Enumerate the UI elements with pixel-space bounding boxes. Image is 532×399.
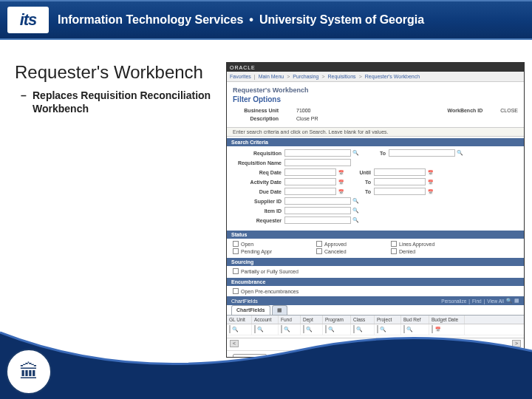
slide-bullet: Replaces Requisition Reconciliation Work… — [15, 89, 214, 115]
denied-checkbox[interactable] — [391, 248, 397, 254]
description-label: Description — [233, 116, 279, 121]
chartfields-column-headers: GL Unit Account Fund Dept Program Class … — [227, 316, 524, 324]
gl-unit-input[interactable] — [229, 325, 231, 333]
encumbrance-header: Encumbrance — [227, 278, 524, 286]
budget-date-input[interactable] — [432, 325, 433, 333]
calendar-icon[interactable]: 📅 — [427, 188, 434, 195]
scroll-right-button[interactable]: > — [512, 340, 521, 347]
lookup-icon[interactable]: 🔍 — [306, 327, 313, 333]
requisition-label: Requisition — [233, 151, 284, 156]
lookup-icon[interactable]: 🔍 — [356, 327, 363, 333]
lookup-icon[interactable]: 🔍 — [232, 327, 239, 333]
req-date-input[interactable] — [284, 168, 336, 176]
requisition-name-input[interactable] — [284, 159, 351, 166]
lookup-icon[interactable]: 🔍 — [352, 150, 359, 157]
breadcrumb[interactable]: Favorites | Main Menu > Purchasing > Req… — [227, 72, 524, 82]
search-criteria-header: Search Criteria — [227, 138, 524, 146]
search-button[interactable]: Search — [233, 354, 267, 358]
supplier-id-input[interactable] — [284, 197, 351, 205]
calendar-icon[interactable]: 📅 — [338, 179, 344, 185]
to-label: To — [350, 180, 374, 185]
due-date-input[interactable] — [284, 188, 336, 195]
partially-sourced-label: Partially or Fully Sourced — [241, 269, 299, 274]
download-icon[interactable]: ▦ — [514, 298, 519, 304]
slide-title: Requester's Workbench — [15, 62, 214, 83]
lookup-icon[interactable]: 🔍 — [284, 327, 290, 333]
app-screenshot: ORACLE Favorites | Main Menu > Purchasin… — [226, 62, 525, 358]
activity-date-label: Activity Date — [233, 180, 284, 185]
breadcrumb-workbench[interactable]: Requester's Workbench — [365, 74, 420, 79]
breadcrumb-requisitions[interactable]: Requisitions — [327, 74, 355, 79]
lookup-icon[interactable]: 🔍 — [257, 327, 264, 333]
budref-input[interactable] — [403, 325, 405, 333]
activity-date-to-input[interactable] — [374, 178, 426, 185]
due-date-label: Due Date — [233, 189, 284, 194]
fund-input[interactable] — [281, 325, 282, 333]
lookup-icon[interactable]: 🔍 — [457, 150, 463, 157]
viewall-link[interactable]: View All — [487, 299, 504, 304]
account-input[interactable] — [254, 325, 256, 333]
class-input[interactable] — [353, 325, 355, 333]
activity-date-input[interactable] — [284, 178, 336, 185]
project-input[interactable] — [377, 325, 378, 333]
to-label: To — [365, 151, 389, 156]
status-header: Status — [227, 231, 524, 239]
pending-appr-label: Pending Appr — [241, 249, 272, 254]
open-checkbox[interactable] — [233, 241, 239, 247]
calendar-icon[interactable]: 📅 — [434, 326, 441, 332]
business-unit-label: Business Unit — [233, 108, 279, 113]
item-id-input[interactable] — [284, 207, 351, 214]
calendar-icon[interactable]: 📅 — [427, 169, 434, 176]
zoom-icon[interactable]: 🔍 — [506, 298, 512, 304]
approved-label: Approved — [324, 242, 347, 247]
until-label: Until — [350, 170, 374, 175]
personalize-link[interactable]: Personalize — [441, 299, 466, 304]
its-logo: its — [7, 7, 49, 33]
requisition-to-input[interactable] — [389, 149, 455, 157]
to-label: To — [350, 189, 374, 194]
workbench-id-value: CLOSE — [500, 108, 518, 113]
breadcrumb-purchasing[interactable]: Purchasing — [293, 74, 318, 79]
due-date-to-input[interactable] — [374, 188, 426, 195]
filter-options-title: Filter Options — [233, 95, 518, 103]
requester-label: Requester — [233, 218, 284, 223]
scroll-left-button[interactable]: < — [230, 340, 239, 347]
approved-checkbox[interactable] — [316, 241, 322, 247]
calendar-icon[interactable]: 📅 — [338, 188, 344, 195]
partially-sourced-checkbox[interactable] — [233, 268, 239, 274]
canceled-checkbox[interactable] — [316, 248, 322, 254]
building-icon: 🏛 — [19, 361, 38, 383]
tab-chartfields[interactable]: ChartFields — [231, 305, 270, 315]
lines-approved-label: Lines Approved — [399, 242, 434, 247]
pending-appr-checkbox[interactable] — [233, 248, 239, 254]
calendar-icon[interactable]: 📅 — [427, 179, 434, 185]
dept-input[interactable] — [303, 325, 304, 333]
supplier-id-label: Supplier ID — [233, 199, 284, 204]
find-link[interactable]: Find — [472, 299, 482, 304]
calendar-icon[interactable]: 📅 — [338, 169, 344, 176]
lookup-icon[interactable]: 🔍 — [352, 208, 359, 214]
breadcrumb-favorites[interactable]: Favorites — [230, 74, 251, 79]
description-value: Close PR — [296, 116, 318, 121]
lookup-icon[interactable]: 🔍 — [406, 327, 413, 333]
requisition-name-label: Requisition Name — [233, 160, 284, 166]
breadcrumb-mainmenu[interactable]: Main Menu — [259, 74, 284, 79]
lookup-icon[interactable]: 🔍 — [328, 327, 335, 333]
lines-approved-checkbox[interactable] — [391, 241, 397, 247]
program-input[interactable] — [325, 325, 327, 333]
denied-label: Denied — [399, 249, 415, 254]
req-date-until-input[interactable] — [374, 168, 426, 176]
search-hint: Enter search criteria and click on Searc… — [227, 127, 524, 137]
chartfields-header: ChartFields — [231, 299, 258, 304]
open-preencumbrances-checkbox[interactable] — [233, 288, 239, 294]
chartfields-row: 🔍 🔍 🔍 🔍 🔍 🔍 🔍 🔍 📅 — [227, 324, 524, 335]
req-date-label: Req Date — [233, 170, 284, 175]
tab-more[interactable]: ▦ — [272, 305, 287, 315]
lookup-icon[interactable]: 🔍 — [380, 327, 386, 333]
lookup-icon[interactable]: 🔍 — [352, 217, 359, 224]
return-link[interactable]: Return to Requester's Workbench — [282, 356, 365, 358]
requisition-input[interactable] — [284, 149, 351, 157]
item-id-label: Item ID — [233, 208, 284, 214]
lookup-icon[interactable]: 🔍 — [352, 198, 359, 205]
requester-input[interactable] — [284, 216, 351, 224]
